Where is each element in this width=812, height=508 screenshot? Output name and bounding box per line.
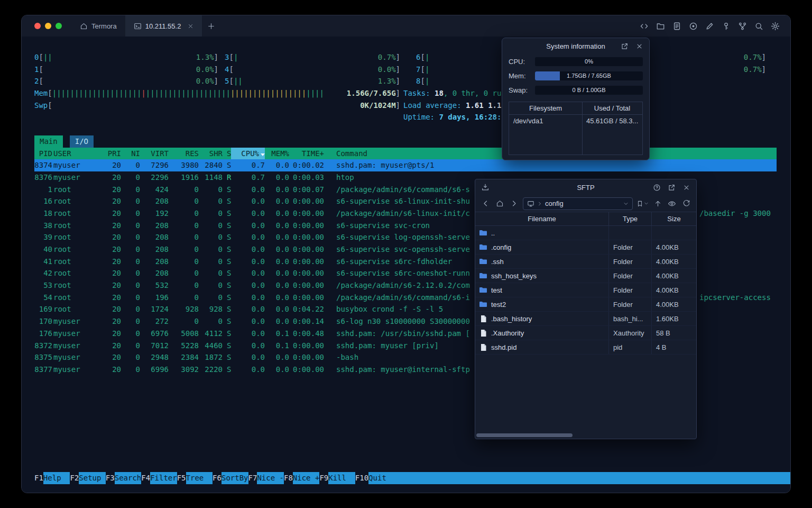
settings-icon[interactable] xyxy=(770,21,781,32)
process-row[interactable]: 8374myuser200729639802840S0.70.00:00.02s… xyxy=(34,159,777,171)
fkey-f2[interactable]: F2Setup xyxy=(70,472,105,484)
key-icon[interactable] xyxy=(721,21,732,32)
open-in-window-icon[interactable] xyxy=(666,182,677,193)
folder-icon xyxy=(479,301,487,308)
fkey-f6[interactable]: F6SortBy xyxy=(213,472,248,484)
titlebar: Termora 10.211.55.2 xyxy=(22,15,790,37)
sysinfo-meter-label: Swap: xyxy=(509,86,535,94)
close-window-button[interactable] xyxy=(34,23,41,29)
back-icon[interactable] xyxy=(480,198,491,209)
fkey-f10[interactable]: F10Quit xyxy=(355,472,395,484)
sftp-file-row[interactable]: testFolder4.00KB xyxy=(475,283,696,297)
close-icon[interactable] xyxy=(634,41,644,51)
column-header-time[interactable]: TIME+ xyxy=(289,148,324,160)
process-table-header: PIDUSERPRINIVIRTRESSHRSCPU%MEM%TIME+Comm… xyxy=(34,148,777,160)
parent-directory-icon[interactable] xyxy=(652,198,663,209)
sftp-panel: SFTP config xyxy=(475,179,697,439)
sftp-file-row[interactable]: .bash_historybash_hi...1.60KB xyxy=(475,312,696,326)
fkey-f3[interactable]: F3Search xyxy=(106,472,141,484)
bookmark-button[interactable] xyxy=(636,200,649,207)
folder-icon xyxy=(479,229,487,237)
fkey-f4[interactable]: F4Filter xyxy=(141,472,177,484)
sftp-column-size[interactable]: Size xyxy=(651,212,696,225)
column-header-ni[interactable]: NI xyxy=(121,148,140,160)
chevron-down-icon xyxy=(644,201,649,206)
sftp-file-list: ...configFolder4.00KB.sshFolder4.00KBssh… xyxy=(475,226,696,355)
sftp-table-header: FilenameTypeSize xyxy=(475,212,696,226)
column-header-cpu[interactable]: CPU% xyxy=(231,148,265,160)
bookmark-icon xyxy=(636,200,643,207)
cpu-meter-1: 1[0.0%] xyxy=(34,64,218,76)
column-header-pri[interactable]: PRI xyxy=(101,148,121,160)
tab-close-icon[interactable] xyxy=(188,23,193,29)
column-header-shr[interactable]: SHR xyxy=(199,148,223,160)
home-icon[interactable] xyxy=(494,198,505,209)
folder-icon xyxy=(479,258,487,265)
edit-icon[interactable] xyxy=(704,21,715,32)
filesystem-row: /dev/vda145.61GB / 58.3... xyxy=(509,115,642,127)
sftp-file-row[interactable]: .configFolder4.00KB xyxy=(475,240,696,255)
tab-session[interactable]: 10.211.55.2 xyxy=(125,15,202,37)
sysinfo-meter-bar: 0 B / 1.00GB xyxy=(535,86,643,95)
htop-tab-io[interactable]: I/O xyxy=(70,135,94,148)
htop-function-bar: F1HelpF2SetupF3SearchF4FilterF5TreeF6Sor… xyxy=(34,472,790,484)
record-icon[interactable] xyxy=(688,21,699,32)
titlebar-toolbar xyxy=(639,21,790,32)
column-header-pid[interactable]: PID xyxy=(34,148,52,160)
sftp-file-row[interactable]: test2Folder4.00KB xyxy=(475,297,696,312)
column-header-res[interactable]: RES xyxy=(169,148,199,160)
sftp-file-row[interactable]: .. xyxy=(475,226,696,240)
fkey-f1[interactable]: F1Help xyxy=(34,472,70,484)
terminal-overflow-fragment: /basedir -g 3000 xyxy=(699,207,771,220)
refresh-icon[interactable] xyxy=(681,198,691,209)
sftp-column-filename[interactable]: Filename xyxy=(475,212,608,225)
tab-home[interactable]: Termora xyxy=(71,15,125,37)
sftp-column-type[interactable]: Type xyxy=(608,212,651,225)
help-icon[interactable] xyxy=(651,182,662,193)
forward-icon[interactable] xyxy=(509,198,519,209)
log-icon[interactable] xyxy=(671,21,682,32)
code-icon[interactable] xyxy=(639,21,650,32)
new-tab-button[interactable] xyxy=(202,15,220,37)
cpu-meter-3: 3[|0.7%] xyxy=(225,51,400,64)
htop-tab-main[interactable]: Main xyxy=(34,135,63,148)
column-header-mem[interactable]: MEM% xyxy=(265,148,289,160)
sysinfo-meter-label: Mem: xyxy=(509,72,535,80)
swap-meter: Swp[0K/1024M] xyxy=(34,99,400,112)
fkey-f5[interactable]: F5Tree xyxy=(177,472,213,484)
column-header-virt[interactable]: VIRT xyxy=(140,148,169,160)
branch-icon[interactable] xyxy=(737,21,748,32)
sftp-file-row[interactable]: ssh_host_keysFolder4.00KB xyxy=(475,269,696,283)
maximize-window-button[interactable] xyxy=(56,23,62,29)
chevron-down-icon[interactable] xyxy=(623,201,629,206)
chevron-right-icon xyxy=(537,201,542,206)
open-in-window-icon[interactable] xyxy=(619,41,630,51)
path-breadcrumb[interactable]: config xyxy=(523,197,633,210)
fkey-f7[interactable]: F7Nice - xyxy=(248,472,284,484)
sysinfo-meters: CPU:0%Mem:1.75GB / 7.65GBSwap:0 B / 1.00… xyxy=(502,57,649,95)
column-header-user[interactable]: USER xyxy=(52,148,101,160)
minimize-window-button[interactable] xyxy=(45,23,51,29)
fkey-f8[interactable]: F8Nice + xyxy=(284,472,319,484)
tab-session-label: 10.211.55.2 xyxy=(145,22,181,30)
sftp-file-row[interactable]: .sshFolder4.00KB xyxy=(475,255,696,269)
sftp-titlebar: SFTP xyxy=(475,179,696,195)
file-icon xyxy=(479,329,487,337)
htop-screen-tabs: MainI/O xyxy=(34,135,777,148)
uptime: Uptime: 7 days, 16:28:57 xyxy=(403,111,510,123)
window-controls xyxy=(22,23,71,29)
show-hidden-eye-icon[interactable] xyxy=(667,198,677,209)
folder-icon[interactable] xyxy=(655,21,666,32)
search-icon[interactable] xyxy=(753,21,764,32)
sftp-file-row[interactable]: sshd.pidpid4 B xyxy=(475,340,696,355)
column-header-s[interactable]: S xyxy=(223,148,231,160)
folder-icon xyxy=(479,286,487,294)
cpu-meter-2: 2[0.0%] xyxy=(34,75,218,87)
sftp-file-row[interactable]: .XauthorityXauthority58 B xyxy=(475,326,696,340)
folder-icon xyxy=(479,243,487,251)
sysinfo-titlebar: System information xyxy=(502,38,649,54)
close-icon[interactable] xyxy=(681,182,691,193)
fkey-f9[interactable]: F9Kill xyxy=(319,472,355,484)
cpu-meter-4: 4[0.0%] xyxy=(225,64,400,76)
horizontal-scrollbar-thumb[interactable] xyxy=(476,433,573,437)
